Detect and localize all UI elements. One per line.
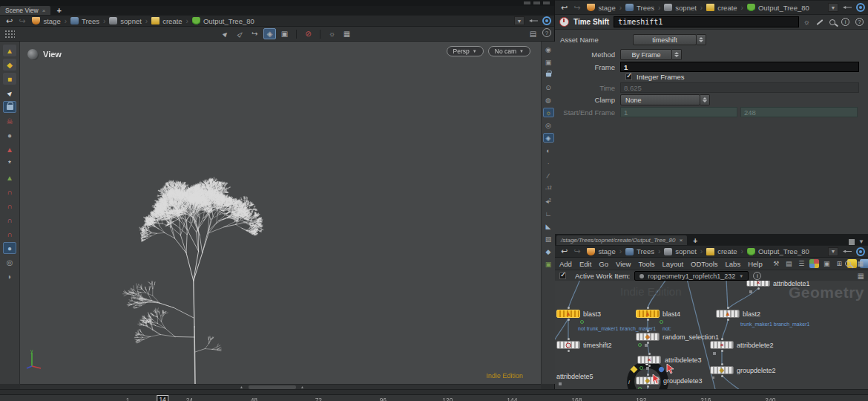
breadcrumb-item-create[interactable]: create: [703, 247, 740, 255]
camera-button[interactable]: No cam▼: [488, 46, 530, 56]
menu-view[interactable]: View: [616, 260, 631, 268]
viewport-3d[interactable]: View Persp▼ No cam▼ y Indie Edition: [20, 42, 541, 384]
background-icon[interactable]: ◣: [543, 221, 554, 231]
pane-maximize-icon[interactable]: [849, 239, 855, 245]
gear-icon[interactable]: ☼: [803, 18, 810, 26]
breadcrumb-item-sopnet[interactable]: sopnet: [660, 247, 700, 255]
select-arrow-icon[interactable]: ►: [1, 84, 19, 102]
menu-odtools[interactable]: ODTools: [691, 260, 717, 268]
visibility-icon[interactable]: ◉: [543, 45, 554, 54]
rocket-tool-icon[interactable]: ▲: [3, 143, 16, 155]
time-input[interactable]: 8.625: [620, 82, 859, 93]
back-icon[interactable]: ↩: [3, 16, 16, 26]
breadcrumb-item-Trees[interactable]: Trees: [622, 247, 658, 255]
lock-display-icon[interactable]: [543, 70, 554, 79]
display-flag-icon[interactable]: [580, 320, 584, 324]
info-icon[interactable]: i: [841, 18, 849, 26]
pin-icon[interactable]: [843, 6, 852, 9]
breadcrumb-item-create[interactable]: create: [148, 17, 185, 25]
magnet1-icon[interactable]: ∩: [3, 186, 16, 198]
node-name-input[interactable]: timeshift1: [614, 16, 799, 27]
node-attribdelete1[interactable]: ×: [746, 281, 770, 287]
layout-tool3-icon[interactable]: ■: [3, 73, 16, 85]
breadcrumb-item-stage[interactable]: stage: [583, 4, 619, 12]
settings-box-icon[interactable]: ▦: [341, 28, 353, 39]
breadcrumb-item-Trees[interactable]: Trees: [67, 17, 103, 25]
menu-go[interactable]: Go: [599, 260, 608, 268]
display-flag-icon[interactable]: [638, 343, 642, 347]
node-attribdelete3[interactable]: ×: [637, 356, 661, 364]
link-target-icon[interactable]: [542, 16, 551, 25]
active-work-item-dropdown[interactable]: ropgeometry1_ropfetch1_232 ▼: [634, 271, 749, 281]
point-num-icon[interactable]: ·¹²: [543, 183, 554, 193]
network-tab[interactable]: /stage/Trees/sopnet/create/Output_Tree_8…: [556, 235, 687, 245]
light-icon[interactable]: ⊙: [543, 82, 554, 92]
forward-icon[interactable]: ↪: [571, 3, 583, 13]
menu-layout[interactable]: Layout: [662, 260, 684, 268]
forward-icon[interactable]: ↪: [16, 16, 28, 26]
node-groupdelete2[interactable]: ◆: [710, 366, 734, 374]
jack-tool-icon[interactable]: *: [3, 157, 16, 169]
wire-shade-icon[interactable]: ◐: [543, 146, 554, 155]
snap-mode-icon[interactable]: ◈: [263, 28, 276, 39]
range-end-input[interactable]: 248: [740, 107, 858, 117]
window-icon[interactable]: ⊞: [835, 259, 844, 268]
snapshot-grid-icon[interactable]: ▦: [855, 259, 865, 268]
layout-tool-icon[interactable]: ▲: [3, 45, 16, 56]
circle-slash-icon[interactable]: ◎: [3, 256, 16, 268]
breadcrumb-item-Output_Tree_80[interactable]: Output_Tree_80: [743, 247, 813, 255]
new-tab-button[interactable]: +: [687, 237, 703, 245]
box-select-icon[interactable]: ▣: [278, 28, 291, 39]
magnet2-icon[interactable]: ∩: [3, 200, 16, 212]
method-dropdown[interactable]: By Frame: [620, 49, 672, 60]
timeline-track[interactable]: [0, 390, 868, 395]
drag-handle-icon[interactable]: [4, 30, 15, 39]
frame-icon[interactable]: ▣: [543, 57, 554, 67]
display-flag-icon[interactable]: [640, 366, 643, 370]
frame-all-icon[interactable]: ▣: [822, 259, 832, 268]
bulb-icon[interactable]: ☼: [543, 108, 554, 117]
menu-help[interactable]: Help: [748, 260, 763, 268]
breadcrumb-item-sopnet[interactable]: sopnet: [660, 4, 700, 12]
snapshot-icon[interactable]: ▣: [543, 259, 554, 269]
link-target-icon[interactable]: [856, 3, 865, 12]
sculpt-sphere-icon[interactable]: ●: [3, 242, 16, 254]
delete-tool-icon[interactable]: ☠: [3, 115, 16, 127]
back-icon[interactable]: ↩: [558, 3, 571, 13]
stepper-icon[interactable]: [700, 94, 710, 105]
brush-icon[interactable]: [817, 19, 823, 25]
tools-icon[interactable]: ⚒: [772, 259, 781, 268]
dark-sphere-icon[interactable]: ◗: [3, 270, 16, 282]
no-op-icon[interactable]: ⊘: [302, 28, 315, 39]
stepper-icon[interactable]: [697, 34, 706, 45]
menu-tools[interactable]: Tools: [638, 260, 654, 268]
active-work-item-checkbox[interactable]: [559, 273, 566, 279]
bypass-flag-icon[interactable]: [559, 382, 562, 385]
view-gear-icon[interactable]: [27, 49, 38, 59]
node-blast3[interactable]: ▲: [556, 310, 580, 318]
bypass-flag-icon[interactable]: [645, 344, 648, 347]
new-tab-button[interactable]: +: [50, 6, 67, 15]
close-icon[interactable]: ×: [679, 237, 683, 244]
search-icon[interactable]: [845, 261, 851, 267]
node-blast4[interactable]: ▲: [636, 310, 660, 318]
timeline-current-frame[interactable]: 14: [157, 395, 168, 401]
help-icon[interactable]: ?: [855, 18, 864, 26]
bypass-flag-icon[interactable]: [749, 290, 752, 293]
magnet3-icon[interactable]: ∩: [3, 214, 16, 226]
chevron-down-icon[interactable]: ▼: [858, 238, 864, 245]
display-flag-icon[interactable]: [660, 320, 663, 324]
node-random-selection1[interactable]: ◈: [636, 333, 660, 341]
point-trail-icon[interactable]: ∕: [543, 171, 554, 180]
select-tool-icon[interactable]: ►: [217, 25, 234, 42]
breadcrumb-item-Output_Tree_80[interactable]: Output_Tree_80: [743, 4, 813, 12]
palette-icon[interactable]: [809, 259, 819, 268]
points-icon[interactable]: ∙: [543, 158, 554, 168]
breadcrumb-item-sopnet[interactable]: sopnet: [105, 17, 145, 25]
bypass-flag-icon[interactable]: [713, 352, 716, 355]
chevron-down-icon[interactable]: ▼: [828, 3, 838, 12]
integer-frames-checkbox[interactable]: [625, 74, 632, 80]
gear-icon[interactable]: ☼: [326, 28, 338, 39]
pin-icon[interactable]: [843, 250, 852, 253]
breadcrumb-item-Trees[interactable]: Trees: [622, 4, 658, 12]
